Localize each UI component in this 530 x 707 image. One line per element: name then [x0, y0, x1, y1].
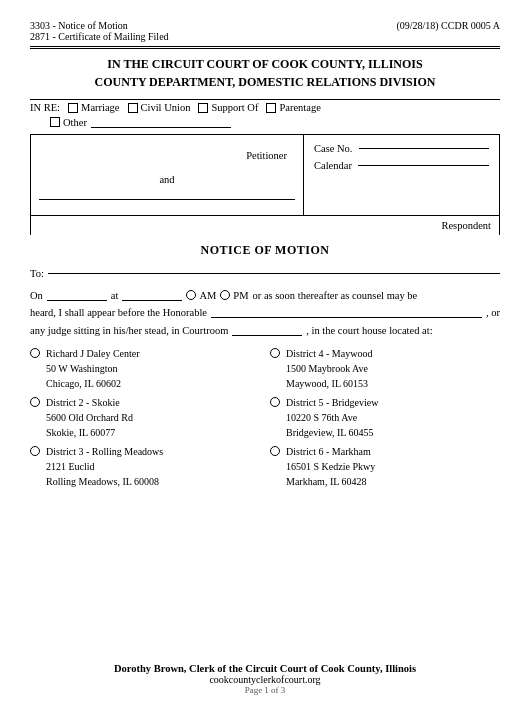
- location-5-radio[interactable]: [270, 397, 280, 407]
- location-2-radio[interactable]: [30, 397, 40, 407]
- in-re-section: IN RE: Marriage Civil Union Support Of P…: [30, 102, 500, 128]
- location-5-name: District 5 - Bridgeview: [286, 395, 378, 410]
- top-line1: 3303 - Notice of Motion: [30, 20, 169, 31]
- courtroom-prefix: any judge sitting in his/her stead, in C…: [30, 325, 228, 336]
- location-6-radio[interactable]: [270, 446, 280, 456]
- location-1-radio[interactable]: [30, 348, 40, 358]
- calendar-label: Calendar: [314, 160, 352, 171]
- checkbox-parentage-box[interactable]: [266, 103, 276, 113]
- checkbox-support-of-box[interactable]: [198, 103, 208, 113]
- checkbox-civil-union-label: Civil Union: [141, 102, 191, 113]
- locations-section: Richard J Daley Center 50 W Washington C…: [30, 346, 500, 489]
- checkbox-marriage[interactable]: Marriage: [68, 102, 119, 113]
- heard-suffix: , or: [486, 307, 500, 318]
- top-left: 3303 - Notice of Motion 2871 - Certifica…: [30, 20, 169, 42]
- pm-radio[interactable]: PM: [220, 290, 248, 301]
- footer-name: Dorothy Brown, Clerk of the Circuit Cour…: [0, 663, 530, 674]
- checkbox-civil-union-box[interactable]: [128, 103, 138, 113]
- location-4: District 4 - Maywood 1500 Maybrook Ave M…: [270, 346, 500, 391]
- checkbox-other-box[interactable]: [50, 117, 60, 127]
- location-2-text: District 2 - Skokie 5600 Old Orchard Rd …: [46, 395, 133, 440]
- case-no-row: Case No.: [314, 143, 489, 154]
- parties-bottom: Respondent: [31, 215, 499, 235]
- courtroom-row: any judge sitting in his/her stead, in C…: [30, 324, 500, 336]
- checkbox-marriage-box[interactable]: [68, 103, 78, 113]
- and-label: and: [159, 174, 174, 185]
- parties-right-col: Case No. Calendar: [304, 135, 499, 215]
- location-6-text: District 6 - Markham 16501 S Kedzie Pkwy…: [286, 444, 375, 489]
- location-5-text: District 5 - Bridgeview 10220 S 76th Ave…: [286, 395, 378, 440]
- heard-line: [211, 317, 482, 318]
- location-3-addr1: 2121 Euclid: [46, 459, 163, 474]
- location-3-addr2: Rolling Meadows, IL 60008: [46, 474, 163, 489]
- on-time-line: [122, 289, 182, 301]
- location-4-addr1: 1500 Maybrook Ave: [286, 361, 372, 376]
- location-3-name: District 3 - Rolling Meadows: [46, 444, 163, 459]
- court-header-line2: COUNTY DEPARTMENT, DOMESTIC RELATIONS DI…: [30, 73, 500, 91]
- calendar-row: Calendar: [314, 160, 489, 171]
- other-blank[interactable]: [91, 116, 231, 128]
- in-re-row: IN RE: Marriage Civil Union Support Of P…: [30, 102, 500, 113]
- checkbox-support-of[interactable]: Support Of: [198, 102, 258, 113]
- footer: Dorothy Brown, Clerk of the Circuit Cour…: [0, 663, 530, 695]
- calendar-line: [358, 165, 489, 166]
- top-line2: 2871 - Certificate of Mailing Filed: [30, 31, 169, 42]
- on-label: On: [30, 290, 43, 301]
- top-info: 3303 - Notice of Motion 2871 - Certifica…: [30, 20, 500, 42]
- top-info-row: 3303 - Notice of Motion 2871 - Certifica…: [30, 20, 500, 42]
- court-header-line1: IN THE CIRCUIT COURT OF COOK COUNTY, ILL…: [30, 55, 500, 73]
- location-1-text: Richard J Daley Center 50 W Washington C…: [46, 346, 140, 391]
- location-5: District 5 - Bridgeview 10220 S 76th Ave…: [270, 395, 500, 440]
- other-row: Other: [30, 116, 500, 128]
- location-5-addr1: 10220 S 76th Ave: [286, 410, 378, 425]
- pm-radio-btn[interactable]: [220, 290, 230, 300]
- footer-url: cookcountyclerkofcourt.org: [0, 674, 530, 685]
- am-label: AM: [199, 290, 216, 301]
- location-6-addr1: 16501 S Kedzie Pkwy: [286, 459, 375, 474]
- checkbox-other[interactable]: Other: [50, 117, 87, 128]
- location-1: Richard J Daley Center 50 W Washington C…: [30, 346, 260, 391]
- checkbox-marriage-label: Marriage: [81, 102, 119, 113]
- footer-page: Page 1 of 3: [0, 685, 530, 695]
- location-6-name: District 6 - Markham: [286, 444, 375, 459]
- checkbox-civil-union[interactable]: Civil Union: [128, 102, 191, 113]
- location-3-radio[interactable]: [30, 446, 40, 456]
- checkbox-parentage-label: Parentage: [279, 102, 320, 113]
- am-radio[interactable]: AM: [186, 290, 216, 301]
- checkbox-parentage[interactable]: Parentage: [266, 102, 320, 113]
- to-line: [48, 273, 500, 274]
- case-no-label: Case No.: [314, 143, 353, 154]
- location-1-name: Richard J Daley Center: [46, 346, 140, 361]
- pm-label: PM: [233, 290, 248, 301]
- parties-left-col: Petitioner and: [31, 135, 304, 215]
- case-no-line: [359, 148, 490, 149]
- courtroom-suffix: , in the court house located at:: [306, 325, 432, 336]
- location-2-addr2: Skokie, IL 60077: [46, 425, 133, 440]
- court-header: IN THE CIRCUIT COURT OF COOK COUNTY, ILL…: [30, 55, 500, 91]
- location-1-addr2: Chicago, IL 60602: [46, 376, 140, 391]
- location-2-addr1: 5600 Old Orchard Rd: [46, 410, 133, 425]
- location-4-name: District 4 - Maywood: [286, 346, 372, 361]
- am-radio-btn[interactable]: [186, 290, 196, 300]
- parties-section: Petitioner and Case No. Calendar Respon: [30, 134, 500, 235]
- courtroom-line: [232, 324, 302, 336]
- heard-row: heard, I shall appear before the Honorab…: [30, 307, 500, 318]
- location-4-radio[interactable]: [270, 348, 280, 358]
- location-2: District 2 - Skokie 5600 Old Orchard Rd …: [30, 395, 260, 440]
- to-label: To:: [30, 268, 44, 279]
- location-6-addr2: Markham, IL 60428: [286, 474, 375, 489]
- checkbox-other-label: Other: [63, 117, 87, 128]
- location-3: District 3 - Rolling Meadows 2121 Euclid…: [30, 444, 260, 489]
- on-row: On at AM PM or as soon thereafter as cou…: [30, 289, 500, 301]
- heard-prefix: heard, I shall appear before the Honorab…: [30, 307, 207, 318]
- location-5-addr2: Bridgeview, IL 60455: [286, 425, 378, 440]
- parties-top: Petitioner and Case No. Calendar: [31, 135, 499, 215]
- top-divider: [30, 46, 500, 49]
- in-re-label: IN RE:: [30, 102, 60, 113]
- location-3-text: District 3 - Rolling Meadows 2121 Euclid…: [46, 444, 163, 489]
- top-date-code: (09/28/18) CCDR 0005 A: [396, 20, 500, 42]
- to-row: To:: [30, 268, 500, 279]
- location-6: District 6 - Markham 16501 S Kedzie Pkwy…: [270, 444, 500, 489]
- location-2-name: District 2 - Skokie: [46, 395, 133, 410]
- checkbox-support-of-label: Support Of: [211, 102, 258, 113]
